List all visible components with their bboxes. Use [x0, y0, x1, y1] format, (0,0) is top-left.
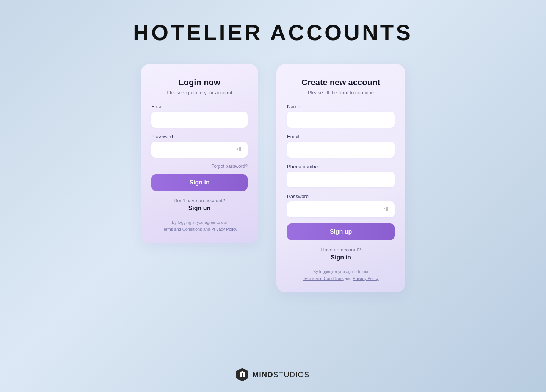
brand-logo: MINDSTUDIOS [236, 368, 309, 381]
login-terms: By logging in you agree to our Terms and… [151, 219, 248, 233]
login-card: Login now Please sign in to your account… [141, 64, 258, 243]
reg-email-input-wrapper [287, 142, 395, 158]
reg-phone-field-group: Phone number [287, 164, 395, 187]
password-field-group: Password 👁 [151, 134, 248, 158]
login-subtitle: Please sign in to your account [151, 90, 248, 95]
reg-phone-input-wrapper [287, 172, 395, 187]
reg-password-input[interactable] [287, 201, 395, 217]
reg-name-input-wrapper [287, 112, 395, 128]
mindstudios-logo-icon [236, 368, 248, 381]
reg-password-field-group: Password 👁 [287, 194, 395, 217]
reg-email-field-group: Email [287, 134, 395, 158]
email-input[interactable] [151, 112, 248, 128]
reg-toggle-password-icon[interactable]: 👁 [384, 206, 390, 213]
terms-link[interactable]: Terms and Conditions [162, 227, 202, 231]
reg-name-field-group: Name [287, 104, 395, 128]
page-title: HOTELIER ACCOUNTS [133, 20, 413, 45]
reg-email-label: Email [287, 134, 395, 139]
register-subtitle: Please fill the form to continue [287, 90, 395, 95]
forgot-password-link[interactable]: Forgot password? [151, 164, 248, 169]
signup-button[interactable]: Sign up [287, 223, 395, 240]
privacy-link[interactable]: Privacy Policy [211, 227, 237, 231]
reg-name-label: Name [287, 104, 395, 109]
password-label: Password [151, 134, 248, 139]
register-card: Create new account Please fill the form … [276, 64, 405, 292]
email-input-wrapper [151, 112, 248, 128]
reg-privacy-link[interactable]: Privacy Policy [353, 276, 378, 281]
register-title: Create new account [287, 78, 395, 87]
footer: MINDSTUDIOS [236, 368, 309, 381]
have-account-text: Have an account? [287, 247, 395, 253]
password-input[interactable] [151, 142, 248, 158]
signin-button[interactable]: Sign in [151, 174, 248, 191]
password-input-wrapper: 👁 [151, 142, 248, 158]
toggle-password-icon[interactable]: 👁 [237, 146, 243, 153]
register-terms: By logging in you agree to our Terms and… [287, 269, 395, 282]
login-title: Login now [151, 78, 248, 87]
reg-phone-input[interactable] [287, 172, 395, 187]
signup-link[interactable]: Sign un [151, 205, 248, 212]
brand-name: MINDSTUDIOS [252, 370, 309, 379]
signin-link[interactable]: Sign in [287, 254, 395, 261]
cards-container: Login now Please sign in to your account… [141, 64, 405, 292]
reg-phone-label: Phone number [287, 164, 395, 169]
reg-password-input-wrapper: 👁 [287, 201, 395, 217]
reg-name-input[interactable] [287, 112, 395, 128]
reg-password-label: Password [287, 194, 395, 199]
reg-email-input[interactable] [287, 142, 395, 158]
no-account-text: Don't have an account? [151, 198, 248, 203]
reg-terms-link[interactable]: Terms and Conditions [303, 276, 343, 281]
email-field-group: Email [151, 104, 248, 128]
email-label: Email [151, 104, 248, 109]
